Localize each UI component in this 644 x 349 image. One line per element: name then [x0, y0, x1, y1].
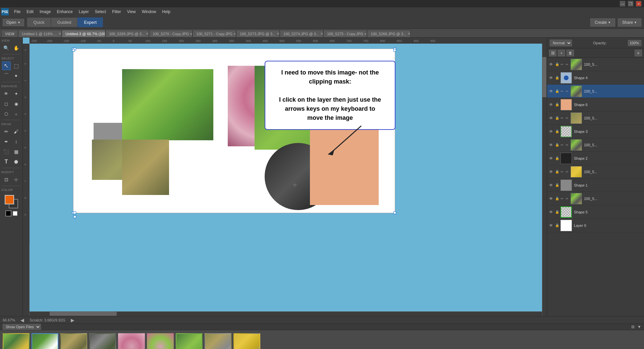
open-dropdown-icon[interactable]: ▼ [17, 21, 20, 24]
minimize-button[interactable]: — [620, 1, 625, 6]
layer-item-11[interactable]: 👁 🔒 Shape 5 [547, 205, 644, 219]
photo-thumb-3[interactable] [89, 333, 116, 349]
canvas-document[interactable]: I need to move this image- not the clipp… [73, 49, 395, 213]
close-button[interactable]: ✕ [636, 1, 641, 6]
handle-ml[interactable] [72, 49, 75, 52]
move-tool[interactable]: ↖ [2, 61, 11, 70]
layer-eye-11[interactable]: 👁 [548, 209, 554, 215]
eye-tool[interactable]: 👁 [2, 89, 11, 98]
doc-tab-3[interactable]: 100_5270 - Copy.JPG × ✕ [149, 30, 193, 37]
marquee-tool[interactable]: ⬚ [12, 61, 20, 70]
link-layers-button[interactable]: ⛓ [549, 50, 556, 56]
canvas-vertical-scrollbar[interactable] [542, 44, 547, 316]
scroll-left-button[interactable]: ◀ [20, 317, 24, 323]
eraser-tool[interactable]: ◻ [2, 99, 11, 108]
straw-photo[interactable] [122, 140, 169, 195]
menu-select[interactable]: Select [92, 9, 109, 15]
healing-tool[interactable]: ✦ [12, 89, 20, 98]
bin-view-icon[interactable]: ⊞ [631, 325, 635, 329]
layer-eye-12[interactable]: 👁 [548, 223, 554, 228]
layer-eye-1[interactable]: 👁 [548, 75, 554, 81]
layer-item-12[interactable]: 👁 🔒 Layer 0 [547, 219, 644, 232]
layer-item-5[interactable]: 👁 🔒 Shape 3 [547, 125, 644, 138]
layer-item-6[interactable]: 👁 🔒 ⇔ ⇔ 100_5... [547, 138, 644, 152]
layer-eye-5[interactable]: 👁 [548, 129, 554, 134]
shape-tool[interactable]: ⬛ [2, 147, 11, 156]
photo-thumb-6[interactable] [176, 333, 203, 349]
brush-tool[interactable]: ✏ [2, 127, 11, 136]
share-button[interactable]: Share ▼ [618, 18, 641, 27]
text-tool[interactable]: T [2, 157, 11, 166]
doc-tab-1[interactable]: Untitled-3 @ 66.7% (100_5269.JPG, RGB/8)… [62, 30, 105, 37]
menu-enhance[interactable]: Enhance [54, 9, 75, 15]
delete-layer-button[interactable]: 🗑 [567, 50, 574, 56]
doc-tab-8[interactable]: 100_5268.JPG @ 3... ✕ [367, 30, 411, 37]
menu-help[interactable]: Help [159, 9, 173, 15]
default-colors-button[interactable] [5, 210, 11, 216]
opacity-input[interactable] [628, 40, 641, 46]
layer-item-8[interactable]: 👁 🔒 ⇔ ⇔ 100_5... [547, 165, 644, 179]
layer-item-2[interactable]: 👁 🔒 ⇔ ⇔ 100_5... [547, 85, 644, 98]
doc-tab-2[interactable]: 100_5269.JPG @ 3... ✕ [105, 30, 149, 37]
menu-filter[interactable]: Filter [109, 9, 124, 15]
photo-thumb-1[interactable] [32, 333, 58, 349]
menu-layer[interactable]: Layer [76, 9, 92, 15]
magic-wand-tool[interactable]: ✦ [12, 71, 20, 80]
maximize-button[interactable]: ❐ [628, 1, 633, 6]
foreground-color-swatch[interactable] [5, 195, 14, 204]
menu-view[interactable]: View [124, 9, 139, 15]
bin-arrow-down[interactable]: ▼ [637, 325, 641, 329]
hand-tool[interactable]: ✋ [12, 44, 20, 52]
layer-eye-9[interactable]: 👁 [548, 183, 554, 188]
doc-tab-6[interactable]: 100_5274.JPG @ 3... ✕ [280, 30, 323, 37]
layer-item-10[interactable]: 👁 🔒 ⇔ ⇔ 100_5... [547, 192, 644, 205]
doc-tab-0[interactable]: Untitled-1 @ 116% ... ✕ [18, 30, 62, 37]
layer-eye-0[interactable]: 👁 [548, 62, 554, 67]
layer-eye-4[interactable]: 👁 [548, 115, 554, 121]
layer-eye-8[interactable]: 👁 [548, 169, 554, 174]
sponge-tool[interactable]: ⬡ [2, 109, 11, 118]
photo-thumb-7[interactable] [205, 333, 231, 349]
custom-shape-tool[interactable]: ⬟ [12, 157, 20, 166]
close-tab-5[interactable]: ✕ [277, 32, 279, 36]
menu-window[interactable]: Window [139, 9, 159, 15]
swap-colors-button[interactable] [13, 211, 17, 216]
layer-eye-3[interactable]: 👁 [548, 102, 554, 107]
layer-item-9[interactable]: 👁 🔒 Shape 1 [547, 179, 644, 192]
zoom-tool[interactable]: 🔍 [2, 44, 11, 52]
blur-tool[interactable]: ◉ [12, 99, 20, 108]
transform-tool[interactable]: ⊹ [12, 175, 20, 184]
blend-mode-select[interactable]: Normal [550, 40, 572, 46]
close-tab-8[interactable]: ✕ [408, 32, 410, 36]
mode-quick[interactable]: Quick [27, 17, 51, 27]
impressionist-tool[interactable]: 🖌 [12, 127, 20, 136]
close-tab-6[interactable]: ✕ [320, 32, 323, 36]
mode-guided[interactable]: Guided [51, 17, 78, 27]
layer-eye-10[interactable]: 👁 [548, 196, 554, 201]
menu-edit[interactable]: Edit [24, 9, 36, 15]
layer-eye-6[interactable]: 👁 [548, 142, 554, 148]
doc-tab-7[interactable]: 100_5275 - Copy.JPG × ✕ [323, 30, 367, 37]
layer-item-1[interactable]: 👁 🔒 Shape 4 [547, 71, 644, 85]
layer-eye-7[interactable]: 👁 [548, 156, 554, 161]
menu-image[interactable]: Image [37, 9, 53, 15]
handle-br[interactable] [393, 211, 396, 214]
handle-rot[interactable] [73, 215, 76, 218]
green-photo-1[interactable] [122, 69, 213, 140]
menu-file[interactable]: File [11, 9, 23, 15]
new-layer-button[interactable]: + [558, 50, 565, 56]
canvas-horizontal-scrollbar[interactable] [30, 311, 547, 316]
scroll-right-button[interactable]: ▶ [71, 317, 74, 323]
pencil-tool[interactable]: ✒ [2, 137, 11, 146]
layer-eye-2[interactable]: 👁 [548, 89, 554, 94]
open-button[interactable]: Open ▼ [3, 19, 24, 26]
photo-thumb-5[interactable] [147, 333, 174, 349]
bucket-tool[interactable]: ⬦ [12, 109, 20, 118]
photo-thumb-0[interactable] [3, 333, 30, 349]
doc-tab-5[interactable]: 100_5273.JPG @ 3... ✕ [236, 30, 280, 37]
gradient-tool[interactable]: ▦ [12, 147, 20, 156]
photo-thumb-4[interactable] [118, 333, 145, 349]
view-tab[interactable]: VIEW [1, 30, 18, 37]
color-replace-tool[interactable]: ↕ [12, 137, 20, 146]
close-tab-0[interactable]: ✕ [58, 32, 61, 36]
